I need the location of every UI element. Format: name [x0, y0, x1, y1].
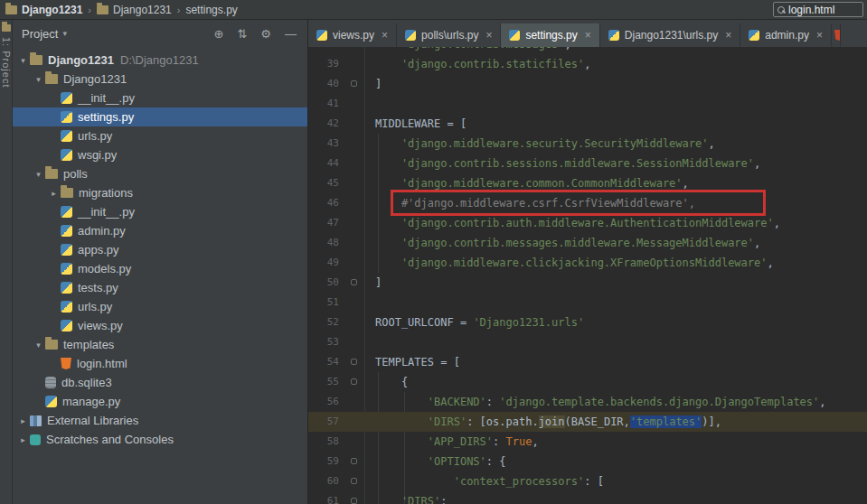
- fold-marker-icon[interactable]: [351, 478, 357, 484]
- line-number[interactable]: 61: [308, 491, 346, 504]
- code-line-49[interactable]: 49 'django.middleware.clickjacking.XFram…: [308, 253, 867, 273]
- line-number[interactable]: 58: [308, 432, 346, 452]
- editor-tab-views-py[interactable]: views.py×: [308, 23, 397, 47]
- search-input[interactable]: [788, 4, 859, 16]
- tree-item-migrations[interactable]: ▸migrations: [13, 183, 307, 202]
- code-line-60[interactable]: 60 'context_processors': [: [308, 471, 867, 491]
- tree-item-apps-py[interactable]: apps.py: [13, 240, 307, 259]
- code-line-41[interactable]: 41: [308, 94, 867, 114]
- tree-item-urls-py[interactable]: urls.py: [13, 126, 307, 145]
- breadcrumb-folder[interactable]: Django1231: [113, 4, 172, 16]
- title-project-name[interactable]: Django1231: [22, 4, 82, 16]
- line-number[interactable]: 59: [308, 452, 346, 471]
- locate-icon[interactable]: ⊕: [214, 27, 224, 41]
- tree-item-templates[interactable]: ▾templates: [13, 335, 307, 354]
- line-number[interactable]: 39: [308, 54, 346, 74]
- tree-item-scratches-and-consoles[interactable]: ▸Scratches and Consoles: [13, 430, 307, 449]
- code-line-44[interactable]: 44 'django.contrib.sessions.middleware.S…: [308, 154, 867, 173]
- fold-marker-icon[interactable]: [351, 80, 357, 87]
- line-number[interactable]: 52: [308, 313, 346, 332]
- tree-item-db-sqlite3[interactable]: db.sqlite3: [13, 373, 307, 392]
- tree-item-init-py[interactable]: __init__.py: [13, 202, 307, 221]
- tab-close-icon[interactable]: ×: [485, 29, 492, 42]
- line-number[interactable]: 51: [308, 293, 346, 313]
- chevron-expanded-icon[interactable]: ▾: [16, 56, 30, 65]
- code-line-58[interactable]: 58 'APP_DIRS': True,: [308, 432, 867, 452]
- code-line-53[interactable]: 53: [308, 332, 867, 352]
- tab-close-icon[interactable]: ×: [725, 29, 731, 42]
- line-number[interactable]: 57: [308, 412, 346, 432]
- code-line-45[interactable]: 45 'django.middleware.common.CommonMiddl…: [308, 173, 867, 193]
- fold-marker-icon[interactable]: [351, 359, 357, 365]
- code-line-61[interactable]: 61 'DIRS':: [308, 491, 867, 504]
- tree-item-wsgi-py[interactable]: wsgi.py: [13, 145, 307, 164]
- fold-marker-icon[interactable]: [351, 458, 357, 464]
- editor-tab-django1231-urls-py[interactable]: Django1231\urls.py×: [600, 23, 740, 47]
- line-number[interactable]: 50: [308, 273, 346, 293]
- fold-marker-icon[interactable]: [351, 279, 357, 285]
- code-line-40[interactable]: 40]: [308, 74, 867, 94]
- tab-close-icon[interactable]: ×: [816, 29, 823, 42]
- code-line-39[interactable]: 39 'django.contrib.staticfiles',: [308, 54, 867, 74]
- tree-item-manage-py[interactable]: manage.py: [13, 392, 307, 411]
- tree-item-urls-py[interactable]: urls.py: [13, 297, 307, 316]
- line-number[interactable]: 55: [308, 372, 346, 392]
- tree-item-init-py[interactable]: __init__.py: [13, 89, 307, 107]
- code-line-48[interactable]: 48 'django.contrib.messages.middleware.M…: [308, 233, 867, 253]
- code-line-46[interactable]: 46 #'django.middleware.csrf.CsrfViewMidd…: [308, 193, 867, 213]
- line-number[interactable]: 40: [308, 74, 346, 94]
- line-number[interactable]: 56: [308, 392, 346, 412]
- tree-item-models-py[interactable]: models.py: [13, 259, 307, 278]
- line-number[interactable]: 43: [308, 134, 346, 154]
- editor-tab-polls-urls-py[interactable]: polls\urls.py×: [397, 23, 501, 47]
- fold-marker-icon[interactable]: [351, 498, 357, 504]
- tab-close-icon[interactable]: ×: [382, 29, 388, 42]
- code-line-55[interactable]: 55 {: [308, 372, 867, 392]
- line-number[interactable]: 45: [308, 173, 346, 193]
- chevron-collapsed-icon[interactable]: ▸: [16, 435, 30, 444]
- line-number[interactable]: 47: [308, 213, 346, 233]
- code-line-51[interactable]: 51: [308, 293, 867, 313]
- fold-marker-icon[interactable]: [351, 378, 357, 385]
- tree-item-django1231[interactable]: ▾Django1231: [13, 70, 307, 89]
- tree-item-admin-py[interactable]: admin.py: [13, 221, 307, 240]
- tree-item-django1231[interactable]: ▾Django1231D:\Django1231: [13, 51, 307, 70]
- chevron-collapsed-icon[interactable]: ▸: [47, 189, 61, 198]
- code-line-43[interactable]: 43 'django.middleware.security.SecurityM…: [308, 134, 867, 154]
- chevron-collapsed-icon[interactable]: ▸: [16, 416, 30, 425]
- hide-panel-icon[interactable]: ―: [285, 27, 297, 41]
- editor-tab-admin-py[interactable]: admin.py×: [740, 23, 832, 47]
- tree-item-views-py[interactable]: views.py: [13, 316, 307, 335]
- tree-item-external-libraries[interactable]: ▸External Libraries: [13, 411, 307, 430]
- line-number[interactable]: 38: [308, 47, 346, 54]
- tree-item-login-html[interactable]: login.html: [13, 354, 307, 373]
- line-number[interactable]: 60: [308, 471, 346, 491]
- search-field[interactable]: [773, 2, 863, 17]
- collapse-all-icon[interactable]: ⇅: [237, 27, 247, 41]
- code-line-59[interactable]: 59 'OPTIONS': {: [308, 452, 867, 471]
- editor-tab-settings-py[interactable]: settings.py×: [501, 23, 599, 47]
- code-editor[interactable]: 38 'django.contrib.messages',39 'django.…: [308, 47, 867, 504]
- chevron-expanded-icon[interactable]: ▾: [32, 170, 45, 179]
- line-number[interactable]: 44: [308, 154, 346, 173]
- project-view-dropdown[interactable]: Project: [22, 27, 58, 41]
- code-line-38[interactable]: 38 'django.contrib.messages',: [308, 47, 867, 54]
- line-number[interactable]: 46: [308, 193, 346, 213]
- chevron-expanded-icon[interactable]: ▾: [32, 75, 45, 84]
- code-line-56[interactable]: 56 'BACKEND': 'django.template.backends.…: [308, 392, 867, 412]
- tree-item-settings-py[interactable]: settings.py: [13, 107, 307, 126]
- code-line-47[interactable]: 47 'django.contrib.auth.middleware.Authe…: [308, 213, 867, 233]
- line-number[interactable]: 53: [308, 332, 346, 352]
- line-number[interactable]: 41: [308, 94, 346, 114]
- editor-tab-partial[interactable]: [832, 23, 841, 47]
- code-line-52[interactable]: 52ROOT_URLCONF = 'Django1231.urls': [308, 313, 867, 332]
- line-number[interactable]: 54: [308, 352, 346, 372]
- code-line-54[interactable]: 54TEMPLATES = [: [308, 352, 867, 372]
- code-line-57[interactable]: 57 'DIRS': [os.path.join(BASE_DIR,'templ…: [308, 412, 867, 432]
- tab-close-icon[interactable]: ×: [585, 29, 591, 42]
- code-line-50[interactable]: 50]: [308, 273, 867, 293]
- tree-item-polls[interactable]: ▾polls: [13, 164, 307, 183]
- breadcrumb-file[interactable]: settings.py: [185, 4, 237, 16]
- tree-item-tests-py[interactable]: tests.py: [13, 278, 307, 297]
- code-line-42[interactable]: 42MIDDLEWARE = [: [308, 114, 867, 134]
